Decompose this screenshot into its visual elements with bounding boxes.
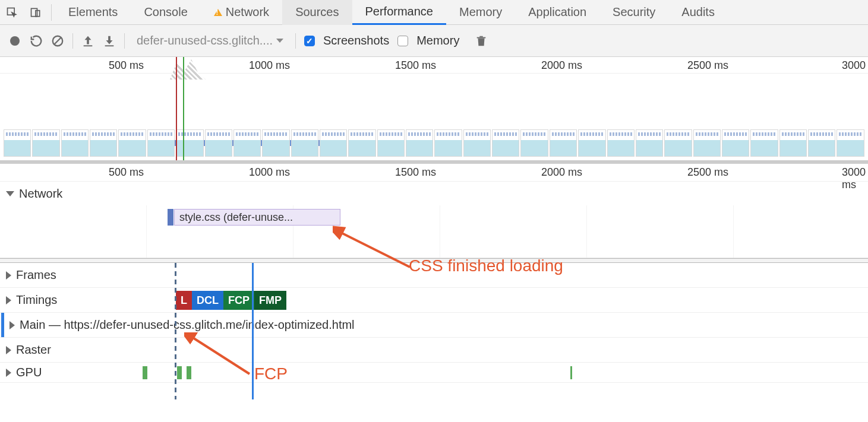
- tab-audits[interactable]: Audits: [668, 0, 728, 25]
- divider: [72, 33, 73, 49]
- screenshot-thumb[interactable]: [4, 129, 31, 157]
- reload-button[interactable]: [30, 34, 43, 47]
- tab-label: Network: [226, 5, 269, 19]
- gpu-activity: [187, 366, 191, 379]
- tab-label: Sources: [295, 5, 339, 19]
- tick-label: 1500 ms: [395, 166, 438, 179]
- tab-application[interactable]: Application: [515, 0, 599, 25]
- tab-label: Memory: [459, 5, 502, 19]
- network-request-wait: [168, 209, 173, 226]
- network-request-label: style.css (defer-unuse...: [179, 211, 293, 224]
- chevron-right-icon: [6, 369, 11, 377]
- overview-timeline[interactable]: 500 ms 1000 ms 1500 ms 2000 ms 2500 ms 3…: [0, 57, 868, 164]
- record-button[interactable]: [8, 34, 21, 47]
- timing-badges: L DCL FCP FMP: [176, 291, 286, 310]
- tab-label: Console: [144, 5, 187, 19]
- raster-row[interactable]: Raster: [0, 338, 868, 363]
- tab-network[interactable]: Network: [201, 0, 282, 25]
- chevron-right-icon: [6, 346, 11, 354]
- network-request[interactable]: style.css (defer-unuse...: [174, 209, 340, 226]
- section-title: Network: [19, 187, 62, 201]
- tick-label: 2000 ms: [541, 166, 585, 179]
- badge-load[interactable]: L: [176, 291, 192, 310]
- tick-label: 1500 ms: [395, 59, 438, 72]
- tick-label: 1000 ms: [249, 59, 292, 72]
- section-title: Main — https://defer-unused-css.glitch.m…: [20, 318, 355, 332]
- resize-handle[interactable]: [0, 258, 868, 263]
- svg-rect-4: [84, 45, 93, 46]
- chevron-right-icon: [6, 271, 11, 280]
- tick-label: 2000 ms: [541, 59, 585, 72]
- badge-fmp[interactable]: FMP: [254, 291, 286, 310]
- trash-icon[interactable]: [475, 34, 488, 47]
- gpu-activity: [177, 366, 182, 379]
- screenshots-label: Screenshots: [323, 34, 389, 47]
- upload-icon[interactable]: [81, 34, 94, 47]
- timings-row[interactable]: Timings L DCL FCP FMP: [0, 288, 868, 313]
- chevron-down-icon: [6, 191, 14, 196]
- chevron-right-icon: [6, 296, 11, 304]
- tick-label: 1000 ms: [249, 166, 292, 179]
- gpu-row[interactable]: GPU: [0, 363, 868, 383]
- badge-dcl[interactable]: DCL: [192, 291, 223, 310]
- warning-icon: [214, 9, 222, 16]
- divider: [51, 4, 52, 21]
- frames-row[interactable]: Frames: [0, 263, 868, 288]
- tab-label: Security: [613, 5, 655, 19]
- svg-rect-1: [31, 8, 37, 16]
- section-title: Raster: [16, 343, 51, 357]
- detail-ruler: 500 ms 1000 ms 1500 ms 2000 ms 2500 ms 3…: [0, 164, 868, 182]
- tab-sources[interactable]: Sources: [282, 0, 352, 25]
- divider: [124, 33, 125, 49]
- chevron-right-icon: [10, 321, 15, 329]
- tab-memory[interactable]: Memory: [446, 0, 515, 25]
- fcp-marker: [183, 57, 184, 160]
- tick-label: 500 ms: [109, 59, 146, 72]
- recording-dropdown[interactable]: defer-unused-css.glitch....: [133, 34, 287, 47]
- tick-label: 3000 ms: [842, 166, 868, 191]
- divider: [295, 33, 296, 49]
- tab-security[interactable]: Security: [599, 0, 668, 25]
- svg-rect-5: [105, 45, 114, 46]
- tick-label: 3000: [842, 59, 868, 72]
- network-section: Network style.css (defer-unuse...: [0, 182, 868, 258]
- device-toggle-icon[interactable]: [24, 1, 48, 24]
- chevron-down-icon: [276, 39, 283, 43]
- clear-button[interactable]: [51, 34, 64, 47]
- overview-ruler: 500 ms 1000 ms 1500 ms 2000 ms 2500 ms 3…: [0, 57, 868, 74]
- performance-toolbar: defer-unused-css.glitch.... ✓ Screenshot…: [0, 25, 868, 57]
- cpu-sparkline: [0, 74, 868, 116]
- screenshots-checkbox[interactable]: ✓: [304, 36, 315, 46]
- tab-elements[interactable]: Elements: [55, 0, 131, 25]
- gpu-activity: [570, 366, 572, 379]
- section-title: GPU: [16, 366, 42, 379]
- load-marker: [176, 57, 177, 160]
- tab-console[interactable]: Console: [131, 0, 200, 25]
- devtools-tabs: Elements Console Network Sources Perform…: [0, 0, 868, 25]
- main-row[interactable]: Main — https://defer-unused-css.glitch.m…: [0, 313, 868, 338]
- section-title: Timings: [16, 293, 57, 307]
- screenshot-strip[interactable]: [0, 129, 868, 157]
- tick-label: 2500 ms: [687, 166, 731, 179]
- current-time-line[interactable]: [252, 263, 254, 399]
- tick-label: 2500 ms: [687, 59, 731, 72]
- gpu-activity: [143, 366, 147, 379]
- tick-label: 500 ms: [109, 166, 146, 179]
- flamechart[interactable]: Frames Timings L DCL FCP FMP Main — http…: [0, 263, 868, 399]
- download-icon[interactable]: [103, 34, 116, 47]
- tab-label: Application: [528, 5, 586, 19]
- memory-checkbox[interactable]: [397, 36, 408, 46]
- tab-performance[interactable]: Performance: [352, 0, 447, 25]
- network-track[interactable]: style.css (defer-unuse...: [0, 205, 868, 258]
- tab-label: Audits: [681, 5, 715, 19]
- badge-fcp[interactable]: FCP: [223, 291, 254, 310]
- inspect-icon[interactable]: [0, 1, 24, 24]
- tab-label: Elements: [68, 5, 118, 19]
- memory-label: Memory: [416, 34, 459, 47]
- timing-guideline: [175, 263, 176, 399]
- network-header[interactable]: Network: [0, 182, 868, 205]
- dropdown-label: defer-unused-css.glitch....: [137, 34, 273, 47]
- tab-label: Performance: [365, 5, 434, 18]
- section-title: Frames: [16, 268, 56, 282]
- main-indicator: [1, 313, 4, 337]
